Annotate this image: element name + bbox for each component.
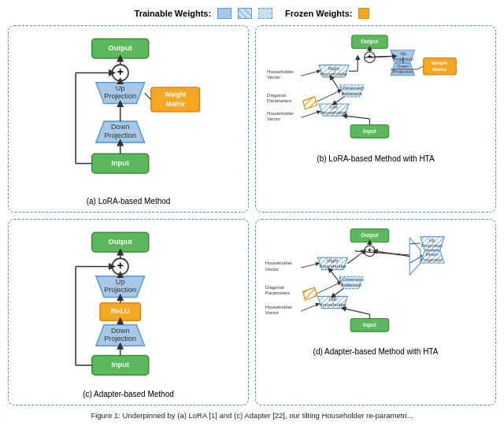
svg-text:1-Dimension: 1-Dimension — [339, 277, 364, 282]
svg-text:Projection: Projection — [104, 335, 136, 343]
svg-text:Up: Up — [116, 84, 125, 92]
legend-item-frozen — [358, 8, 369, 19]
svg-text:+: + — [117, 65, 124, 78]
svg-text:Up: Up — [116, 278, 125, 286]
svg-text:Down: Down — [397, 64, 409, 69]
svg-line-133 — [343, 308, 369, 314]
svg-text:Projection: Projection — [392, 69, 413, 74]
svg-text:Up: Up — [428, 238, 435, 243]
svg-text:+: + — [368, 246, 372, 254]
svg-text:Output: Output — [109, 238, 132, 246]
legend-box-frozen — [358, 8, 369, 19]
svg-marker-125 — [303, 287, 317, 300]
trainable-label: Trainable Weights: — [135, 9, 212, 18]
svg-line-64 — [334, 97, 344, 104]
svg-text:Householder: Householder — [267, 111, 294, 116]
svg-line-137 — [375, 251, 410, 257]
legend-box-dashed — [258, 8, 272, 19]
diagram-c-label: (c) Adapter-based Method — [15, 390, 242, 398]
svg-line-63 — [331, 77, 339, 91]
svg-text:Matrix: Matrix — [432, 67, 447, 72]
figure-caption: Figure 1: Underpinned by (a) LoRA [1] an… — [8, 410, 496, 420]
svg-line-126 — [317, 283, 340, 294]
svg-text:Householder: Householder — [265, 304, 292, 309]
svg-line-62 — [301, 112, 319, 118]
diagrams-grid: Output + Up Projection Weight Matrix Dow… — [8, 25, 496, 406]
svg-text:Householder: Householder — [321, 110, 347, 115]
frozen-label: Frozen Weights: — [285, 9, 352, 18]
legend-box-hatched — [238, 8, 252, 19]
diagram-d-label: (d) Adapter-based Method with HTA — [262, 347, 489, 356]
svg-text:Parameters: Parameters — [265, 291, 290, 295]
diagram-b-svg: Output + Right Householder Up Projection… — [262, 32, 489, 152]
svg-text:Householder: Householder — [321, 72, 347, 76]
diagram-b-label: (b) LoRA-based Method with HTA — [262, 154, 489, 163]
diagram-a-label: (a) LoRA-based Method — [15, 197, 242, 206]
svg-text:Input: Input — [111, 361, 129, 368]
diagram-b: Output + Right Householder Up Projection… — [255, 25, 496, 213]
svg-text:Householder: Householder — [267, 69, 294, 74]
svg-text:Matrix: Matrix — [166, 101, 186, 108]
svg-line-122 — [301, 263, 317, 267]
svg-text:Diagonal: Diagonal — [267, 93, 286, 98]
svg-text:+: + — [117, 259, 124, 272]
diagram-c-svg: Output + Up Projection ReLU Down Project… — [15, 226, 242, 388]
svg-line-14 — [145, 93, 151, 99]
svg-line-117 — [347, 251, 364, 264]
svg-text:Vector: Vector — [267, 75, 280, 80]
legend: Trainable Weights: Frozen Weights: — [8, 8, 496, 19]
svg-text:Left: Left — [330, 105, 338, 109]
svg-text:Input: Input — [363, 128, 376, 135]
svg-text:Weight: Weight — [165, 91, 187, 98]
svg-text:Output: Output — [109, 44, 132, 52]
svg-line-55 — [301, 71, 319, 76]
diagram-d: Output + Right Householder 1-Dimension B… — [255, 219, 496, 406]
svg-text:Down: Down — [111, 326, 130, 334]
svg-text:Input: Input — [363, 321, 376, 328]
svg-text:Right: Right — [328, 66, 339, 71]
legend-item-solid — [217, 8, 232, 19]
svg-line-118 — [330, 269, 340, 283]
svg-line-59 — [317, 91, 340, 102]
svg-text:Householder: Householder — [319, 264, 346, 268]
diagram-c: Output + Up Projection ReLU Down Project… — [8, 219, 249, 406]
legend-item-hatched — [238, 8, 252, 19]
svg-text:Projection: Projection — [421, 257, 443, 261]
legend-box-solid — [217, 8, 232, 19]
svg-line-119 — [332, 288, 343, 296]
svg-text:1-Dimension: 1-Dimension — [339, 86, 365, 91]
legend-item-dashed — [258, 8, 272, 19]
svg-text:Vector: Vector — [267, 117, 280, 121]
svg-text:Vector: Vector — [265, 310, 279, 315]
svg-line-129 — [301, 304, 317, 311]
diagram-a-svg: Output + Up Projection Weight Matrix Dow… — [15, 32, 242, 194]
svg-text:Down: Down — [426, 252, 438, 257]
svg-text:Left: Left — [328, 297, 336, 302]
svg-text:Input: Input — [111, 159, 129, 167]
caption-text: Figure 1: Underpinned by (a) LoRA [1] an… — [91, 411, 413, 420]
svg-text:Output: Output — [361, 232, 379, 239]
diagram-a: Output + Up Projection Weight Matrix Dow… — [8, 25, 249, 213]
svg-text:Householder: Householder — [319, 302, 346, 307]
svg-text:Projection: Projection — [104, 131, 136, 139]
svg-text:Projection: Projection — [104, 92, 136, 100]
svg-text:Bottleneck: Bottleneck — [341, 91, 362, 96]
svg-text:Projection: Projection — [421, 243, 443, 248]
svg-text:Parameters: Parameters — [267, 98, 291, 103]
svg-line-68 — [345, 116, 370, 119]
svg-text:Vector: Vector — [265, 267, 279, 272]
svg-text:Bottleneck: Bottleneck — [341, 283, 362, 287]
svg-text:Down: Down — [111, 123, 130, 131]
svg-text:Weight: Weight — [432, 61, 447, 65]
svg-marker-58 — [303, 97, 317, 109]
svg-text:Diagonal: Diagonal — [265, 284, 284, 289]
svg-text:ReLU: ReLU — [111, 307, 130, 315]
svg-text:Projection: Projection — [104, 286, 136, 294]
svg-text:Up: Up — [400, 51, 406, 56]
svg-text:Householder: Householder — [265, 261, 292, 265]
svg-text:Output: Output — [361, 39, 379, 45]
diagram-d-svg: Output + Right Householder 1-Dimension B… — [262, 226, 489, 346]
svg-text:Right: Right — [327, 258, 338, 263]
svg-line-70 — [417, 66, 424, 69]
